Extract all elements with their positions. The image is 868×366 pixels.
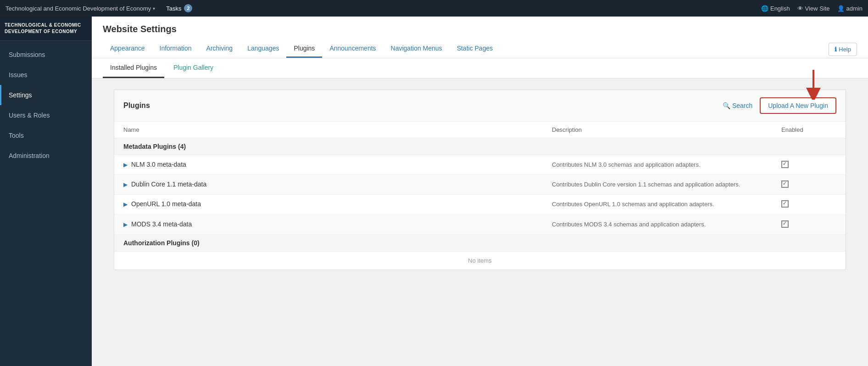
checkbox-nlm[interactable] <box>781 161 789 168</box>
plugin-name-mods: ▶ MODS 3.4 meta-data <box>123 220 552 228</box>
tasks-label: Tasks <box>166 5 181 12</box>
plugin-name-nlm: ▶ NLM 3.0 meta-data <box>123 161 552 168</box>
logo-line2: DEVELOPMENT of ECONOMY <box>5 28 87 35</box>
settings-tabs: Appearance Information Archiving Languag… <box>103 40 857 58</box>
upload-btn-wrapper: Upload A New Plugin <box>760 97 836 114</box>
tab-installed-plugins[interactable]: Installed Plugins <box>103 58 164 78</box>
site-title-chevron: ▾ <box>153 6 155 11</box>
tab-languages[interactable]: Languages <box>240 40 286 58</box>
search-label: Search <box>732 102 752 109</box>
view-site-link[interactable]: 👁 View Site <box>797 5 830 12</box>
sidebar-item-label: Settings <box>9 91 32 99</box>
help-icon: ℹ <box>835 46 837 53</box>
sidebar-item-label: Administration <box>9 152 50 159</box>
tab-plugin-gallery[interactable]: Plugin Gallery <box>166 58 221 78</box>
eye-icon: 👁 <box>797 5 803 12</box>
plugin-name-text: NLM 3.0 meta-data <box>131 161 186 168</box>
search-icon: 🔍 <box>723 102 730 109</box>
table-row: ▶ MODS 3.4 meta-data Contributes MODS 3.… <box>114 215 846 235</box>
admin-label: admin <box>846 5 862 12</box>
plugin-name-openurl: ▶ OpenURL 1.0 meta-data <box>123 200 552 208</box>
plugin-enabled-dublin <box>781 180 836 188</box>
tab-information[interactable]: Information <box>152 40 199 58</box>
globe-icon: 🌐 <box>761 5 768 12</box>
top-bar-left: Technological and Economic Development o… <box>6 2 196 14</box>
tab-archiving[interactable]: Archiving <box>199 40 240 58</box>
help-label: Help <box>839 46 851 53</box>
page-header: Website Settings Appearance Information … <box>92 17 868 58</box>
plugin-enabled-openurl <box>781 200 836 208</box>
logo-line1: TECHNOLOGICAL & ECONOMIC <box>5 22 87 28</box>
sidebar-item-label: Tools <box>9 132 24 139</box>
col-header-name: Name <box>123 126 552 133</box>
group-header-authorization: Authorization Plugins (0) <box>114 235 846 252</box>
page-title: Website Settings <box>103 24 857 34</box>
no-items-text: No items <box>468 257 491 264</box>
language-label: English <box>770 5 790 12</box>
main-layout: TECHNOLOGICAL & ECONOMIC DEVELOPMENT of … <box>0 17 868 366</box>
tab-plugins[interactable]: Plugins <box>286 40 322 58</box>
col-header-enabled: Enabled <box>781 126 836 133</box>
tab-static-pages[interactable]: Static Pages <box>450 40 501 58</box>
sidebar-item-submissions[interactable]: Submissions <box>0 45 92 65</box>
logo-text: TECHNOLOGICAL & ECONOMIC DEVELOPMENT of … <box>5 22 87 35</box>
tasks-count-badge: 2 <box>184 4 192 12</box>
plugins-section-title: Plugins <box>123 101 150 110</box>
main-content: Website Settings Appearance Information … <box>92 17 868 366</box>
plugins-table: Name Description Enabled Metadata Plugin… <box>114 122 846 270</box>
plugins-header-actions: 🔍 Search <box>723 97 836 114</box>
upload-new-plugin-button[interactable]: Upload A New Plugin <box>760 97 836 114</box>
site-title-dropdown[interactable]: Technological and Economic Development o… <box>6 5 155 12</box>
sidebar-item-label: Users & Roles <box>9 112 50 119</box>
sidebar-item-issues[interactable]: Issues <box>0 65 92 85</box>
tab-announcements[interactable]: Announcements <box>322 40 383 58</box>
sidebar-item-label: Submissions <box>9 51 45 58</box>
language-selector[interactable]: 🌐 English <box>761 5 790 12</box>
tab-appearance[interactable]: Appearance <box>103 40 152 58</box>
table-row: ▶ OpenURL 1.0 meta-data Contributes Open… <box>114 195 846 214</box>
expand-icon-openurl[interactable]: ▶ <box>123 201 128 208</box>
plugin-desc-mods: Contributes MODS 3.4 schemas and applica… <box>552 220 781 229</box>
plugin-enabled-nlm <box>781 161 836 168</box>
plugin-name-text: OpenURL 1.0 meta-data <box>131 200 201 208</box>
group-name-metadata: Metadata Plugins (4) <box>123 143 836 150</box>
sidebar: TECHNOLOGICAL & ECONOMIC DEVELOPMENT of … <box>0 17 92 366</box>
top-navigation-bar: Technological and Economic Development o… <box>0 0 868 17</box>
help-button[interactable]: ℹ Help <box>829 43 857 56</box>
expand-icon-nlm[interactable]: ▶ <box>123 162 128 168</box>
user-icon: 👤 <box>837 5 845 12</box>
tab-navigation-menus[interactable]: Navigation Menus <box>384 40 450 58</box>
sidebar-item-settings[interactable]: Settings <box>0 85 92 105</box>
site-title-text: Technological and Economic Development o… <box>6 5 151 12</box>
search-link[interactable]: 🔍 Search <box>723 102 752 109</box>
inner-tabs-bar: Installed Plugins Plugin Gallery <box>92 58 868 79</box>
expand-icon-dublin[interactable]: ▶ <box>123 181 128 188</box>
plugins-header: Plugins 🔍 Search <box>114 90 846 122</box>
checkbox-dublin[interactable] <box>781 180 789 188</box>
view-site-label: View Site <box>805 5 830 12</box>
plugin-enabled-mods <box>781 220 836 228</box>
col-header-description: Description <box>552 126 781 133</box>
plugin-name-text: MODS 3.4 meta-data <box>131 220 192 228</box>
table-header-row: Name Description Enabled <box>114 122 846 138</box>
sidebar-item-users-roles[interactable]: Users & Roles <box>0 105 92 125</box>
group-name-authorization: Authorization Plugins (0) <box>123 239 836 247</box>
checkbox-openurl[interactable] <box>781 200 789 208</box>
sidebar-item-administration[interactable]: Administration <box>0 146 92 166</box>
no-items-row: No items <box>114 252 846 270</box>
sidebar-item-tools[interactable]: Tools <box>0 125 92 146</box>
top-bar-right: 🌐 English 👁 View Site 👤 admin <box>761 5 862 12</box>
plugin-desc-openurl: Contributes OpenURL 1.0 schemas and appl… <box>552 200 781 208</box>
tasks-button[interactable]: Tasks 2 <box>162 2 196 14</box>
table-row: ▶ Dublin Core 1.1 meta-data Contributes … <box>114 175 846 195</box>
group-header-metadata: Metadata Plugins (4) <box>114 138 846 155</box>
plugin-desc-dublin: Contributes Dublin Core version 1.1 sche… <box>552 180 781 189</box>
plugin-desc-nlm: Contributes NLM 3.0 schemas and applicat… <box>552 161 781 169</box>
sidebar-logo: TECHNOLOGICAL & ECONOMIC DEVELOPMENT of … <box>0 17 92 41</box>
sidebar-item-label: Issues <box>9 71 27 79</box>
expand-icon-mods[interactable]: ▶ <box>123 221 128 228</box>
plugin-name-dublin: ▶ Dublin Core 1.1 meta-data <box>123 180 552 188</box>
checkbox-mods[interactable] <box>781 220 789 228</box>
admin-menu[interactable]: 👤 admin <box>837 5 862 12</box>
plugins-section: Plugins 🔍 Search <box>114 90 846 270</box>
